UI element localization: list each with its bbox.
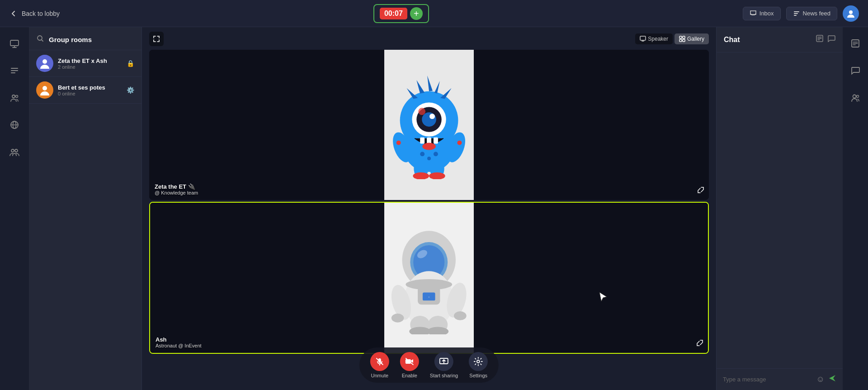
svg-rect-20 xyxy=(642,41,644,42)
start-sharing-label: Start sharing xyxy=(430,373,458,378)
speaker-label: Speaker xyxy=(648,36,668,42)
gallery-label: Gallery xyxy=(687,36,704,42)
svg-point-74 xyxy=(477,360,480,363)
room-name-1: Zeta the ET x Ash xyxy=(58,57,122,64)
search-icon[interactable] xyxy=(36,34,44,44)
svg-point-40 xyxy=(422,143,436,150)
room-avatar-img-2 xyxy=(37,82,53,98)
chat-title: Chat xyxy=(724,36,740,44)
news-feed-button[interactable]: News feed xyxy=(786,7,837,20)
svg-rect-5 xyxy=(11,68,18,69)
svg-point-50 xyxy=(427,157,431,160)
chat-input[interactable] xyxy=(723,376,813,383)
room-count-2: 0 online xyxy=(58,91,122,96)
svg-rect-6 xyxy=(11,70,18,71)
svg-point-36 xyxy=(418,108,425,115)
chat-bubble-icon[interactable] xyxy=(827,34,835,45)
astronaut-avatar-bg: · xyxy=(384,203,473,353)
right-sidebar-people[interactable] xyxy=(846,89,864,107)
user-avatar[interactable] xyxy=(843,5,859,22)
back-arrow-icon xyxy=(9,9,18,18)
svg-rect-22 xyxy=(683,36,685,38)
svg-rect-21 xyxy=(679,36,682,38)
expand-icon xyxy=(153,35,160,43)
monster-avatar xyxy=(384,71,474,179)
room-count-1: 2 online xyxy=(58,64,122,70)
video-cell-zeta: Zeta the ET 🔌 @ Knowledge team xyxy=(149,50,709,200)
speaker-view-button[interactable]: Speaker xyxy=(635,33,673,44)
left-icon-bar xyxy=(0,27,29,390)
video-name-zeta: Zeta the ET 🔌 xyxy=(155,183,198,190)
timer-display: 00:07 xyxy=(380,8,407,19)
chat-header-icons xyxy=(816,34,835,45)
svg-point-12 xyxy=(11,149,14,152)
screen-icon xyxy=(9,38,19,48)
right-sidebar-chat[interactable] xyxy=(846,62,864,80)
top-bar: Back to lobby 00:07 + Inbox News feed xyxy=(0,0,868,27)
chat-notes-icon[interactable] xyxy=(816,34,824,45)
rooms-header: Group rooms xyxy=(29,27,142,50)
right-sidebar-notes[interactable] xyxy=(846,34,864,52)
enable-video-button[interactable]: Enable xyxy=(400,352,419,378)
svg-rect-38 xyxy=(427,138,431,144)
svg-rect-37 xyxy=(420,138,425,144)
video-subtitle-zeta: @ Knowledge team xyxy=(155,190,198,195)
video-expand-icon-2[interactable] xyxy=(696,339,703,348)
enable-icon xyxy=(400,352,419,371)
svg-point-35 xyxy=(429,114,435,119)
unmute-button[interactable]: Unmute xyxy=(370,352,389,378)
participants-icon xyxy=(851,93,860,102)
start-sharing-button[interactable]: Start sharing xyxy=(430,352,458,378)
video-area: Speaker Gallery xyxy=(142,27,716,390)
sidebar-item-people[interactable] xyxy=(5,89,24,107)
chat-input-area: ☺ xyxy=(717,368,843,390)
room-item[interactable]: Zeta the ET x Ash 2 online 🔒 xyxy=(29,50,142,77)
sidebar-item-list[interactable] xyxy=(5,62,24,80)
astronaut-avatar: · xyxy=(384,221,473,334)
view-toggle: Speaker Gallery xyxy=(635,33,709,44)
sidebar-item-globe[interactable] xyxy=(5,116,24,134)
svg-rect-19 xyxy=(640,36,646,40)
svg-rect-2 xyxy=(794,15,797,16)
svg-point-51 xyxy=(434,152,438,156)
video-name-ash: Ash xyxy=(156,336,202,343)
back-to-lobby-button[interactable]: Back to lobby xyxy=(9,9,60,18)
rooms-title: Group rooms xyxy=(49,36,92,43)
rooms-panel: Group rooms Zeta the ET x Ash 2 online 🔒 xyxy=(29,27,142,390)
right-icon-bar xyxy=(843,27,868,390)
inbox-button[interactable]: Inbox xyxy=(743,7,781,20)
gallery-icon xyxy=(679,36,685,42)
video-cell-ash: · xyxy=(149,202,709,354)
settings-icon-room: ⚙️ xyxy=(127,86,134,94)
bottom-controls: Unmute Enable xyxy=(359,347,499,383)
room-avatar-1 xyxy=(36,55,53,72)
main-content: Group rooms Zeta the ET x Ash 2 online 🔒 xyxy=(0,27,868,390)
expand-button[interactable] xyxy=(149,32,164,46)
people-icon xyxy=(9,93,19,103)
svg-rect-39 xyxy=(434,138,438,144)
svg-point-67 xyxy=(406,279,453,290)
emoji-button[interactable]: ☺ xyxy=(816,375,825,384)
sidebar-item-screen[interactable] xyxy=(5,34,24,52)
room-avatar-img-1 xyxy=(37,55,53,71)
gallery-view-button[interactable]: Gallery xyxy=(675,33,709,44)
monster-avatar-bg xyxy=(384,50,474,200)
sidebar-item-groups[interactable] xyxy=(5,143,24,161)
timer-add-button[interactable]: + xyxy=(410,7,423,20)
video-controls-top: Speaker Gallery xyxy=(142,27,716,51)
svg-rect-4 xyxy=(10,40,19,46)
svg-text:·: · xyxy=(429,295,429,299)
inbox-icon xyxy=(750,10,757,17)
chat-header: Chat xyxy=(717,27,843,52)
settings-label: Settings xyxy=(469,373,487,378)
room-item[interactable]: Bert et ses potes 0 online ⚙️ xyxy=(29,77,142,104)
svg-point-83 xyxy=(853,95,856,98)
send-button[interactable] xyxy=(828,374,836,385)
video-subtitle-ash: Astronaut @ InEvent xyxy=(156,343,202,348)
chat-messages xyxy=(717,52,843,368)
svg-point-16 xyxy=(42,59,47,64)
chat-panel: Chat xyxy=(716,27,843,390)
unmute-label: Unmute xyxy=(371,373,389,378)
settings-button[interactable]: Settings xyxy=(469,352,488,378)
video-expand-icon-1[interactable] xyxy=(697,186,704,195)
